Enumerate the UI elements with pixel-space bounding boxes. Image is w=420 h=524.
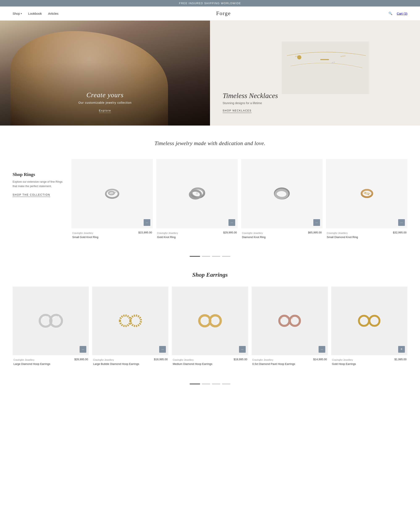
earring-brand-3: Cravingfor Jewellery: [173, 358, 194, 361]
earring-more-btn-2[interactable]: ···: [159, 346, 166, 353]
search-icon[interactable]: 🔍: [388, 12, 393, 15]
ring-brand-4: Cravingfor Jewellery: [327, 232, 348, 234]
svg-rect-2: [320, 59, 329, 60]
svg-point-44: [359, 316, 369, 326]
ring-card-4: ··· Cravingfor Jewellery $32,995.00 Smal…: [326, 159, 407, 240]
ring-image-4: ···: [326, 159, 407, 228]
ring-info-1: Cravingfor Jewellery $15,995.00 Small Go…: [71, 228, 153, 240]
dot-3[interactable]: [212, 256, 220, 257]
hero-explore-button[interactable]: Explore: [99, 109, 111, 113]
ring-svg-1: [104, 185, 121, 202]
earring-name-1: Large Diamond Hoop Earrings: [13, 362, 88, 366]
hero-right-panel: Timeless Necklaces Stunning designs for …: [210, 21, 420, 126]
section-tagline: Timeless jewelry made with dedication an…: [0, 126, 420, 155]
nav-lookbook[interactable]: Lookbook: [28, 12, 42, 15]
earring-price-5: $1,995.00: [394, 358, 407, 361]
nav-articles[interactable]: Articles: [48, 12, 58, 15]
hero-left-panel: Create yours Our customizable jewelry co…: [0, 21, 210, 126]
ring-more-btn-1[interactable]: ···: [144, 219, 150, 226]
svg-rect-0: [282, 42, 369, 94]
earring-more-btn-4[interactable]: ···: [319, 346, 325, 353]
svg-point-34: [201, 318, 202, 319]
svg-point-32: [199, 315, 210, 326]
ring-knot-img-4: [326, 159, 407, 228]
svg-point-29: [48, 316, 49, 317]
earring-visual-5: [331, 287, 407, 355]
nav-left: Shop ▾ Lookbook Articles: [13, 12, 58, 15]
earring-card-4: ··· Cravingfor Jewellery $14,995.00 0,5c…: [252, 287, 328, 367]
earring-price-4: $14,995.00: [313, 358, 327, 361]
earrings-carousel-dots: [0, 379, 420, 393]
svg-point-36: [212, 318, 213, 319]
svg-point-40: [281, 318, 282, 319]
earring-dot-1[interactable]: [190, 384, 200, 384]
hero-left-title: Create yours: [13, 91, 197, 99]
earring-dot-3[interactable]: [212, 384, 220, 384]
ring-price-3: $65,995.00: [308, 231, 322, 234]
dot-1[interactable]: [190, 256, 200, 257]
ring-image-2: ···: [156, 159, 238, 228]
earring-dot-2[interactable]: [202, 384, 210, 384]
earring-card-3: ··· Cravingfor Jewellery $18,995.00 Medi…: [172, 287, 248, 367]
earring-more-btn-1[interactable]: ···: [79, 346, 86, 353]
ring-brand-2: Cravingfor Jewellery: [157, 232, 178, 234]
hero-necklaces-button[interactable]: SHOP NECKLACES: [223, 109, 252, 113]
top-banner: FREE INSURED SHIPPING WORLDWIDE: [0, 0, 420, 7]
ring-image-3: ···: [241, 159, 323, 228]
svg-point-22: [283, 195, 284, 196]
earring-price-3: $18,995.00: [234, 358, 247, 361]
hero-right-subtitle: Stunning designs for a lifetime: [223, 101, 407, 105]
svg-point-42: [292, 318, 293, 319]
svg-point-30: [53, 317, 54, 318]
earring-dot-4[interactable]: [222, 384, 230, 384]
ring-knot-img-3: [241, 159, 323, 228]
earring-card-5: + Cravingfor Jewellery $1,995.00 Gold Ho…: [331, 287, 407, 367]
earring-info-1: Cravingfor Jewellery $28,995.00 Large Di…: [13, 355, 89, 367]
earrings-section: Shop Earrings ···: [0, 263, 420, 379]
shop-label: Shop: [13, 12, 20, 15]
earring-brand-4: Cravingfor Jewellery: [253, 358, 273, 361]
earring-visual-1: [13, 287, 89, 355]
rings-info: Shop Rings Explore our extensive range o…: [13, 159, 65, 196]
earring-svg-1: [38, 310, 63, 331]
cart-link[interactable]: Cart (3): [397, 12, 407, 15]
svg-point-19: [284, 193, 285, 193]
ring-more-btn-2[interactable]: ···: [228, 219, 235, 226]
ring-name-4: Small Diamond Knot Ring: [327, 236, 407, 239]
ring-info-3: Cravingfor Jewellery $65,995.00 Diamond …: [241, 228, 323, 240]
earring-more-btn-3[interactable]: ···: [239, 346, 246, 353]
ring-info-4: Cravingfor Jewellery $32,995.00 Small Di…: [326, 228, 407, 240]
earring-visual-2: [92, 287, 168, 355]
nav-shop[interactable]: Shop ▾: [13, 12, 22, 15]
svg-point-45: [369, 316, 379, 326]
dot-4[interactable]: [222, 256, 230, 257]
rings-cta-button[interactable]: SHOP THE COLLECTION: [13, 193, 50, 197]
ring-name-1: Small Gold Knot Ring: [72, 236, 152, 239]
svg-point-41: [286, 317, 287, 318]
svg-point-38: [279, 316, 289, 326]
svg-point-21: [280, 195, 280, 196]
earring-name-3: Medium Diamond Hoop Earrings: [173, 362, 247, 366]
earring-brand-1: Cravingfor Jewellery: [13, 358, 35, 361]
svg-point-18: [279, 192, 280, 192]
dot-2[interactable]: [202, 256, 210, 257]
svg-point-31: [58, 316, 59, 317]
earring-visual-4: [252, 287, 328, 355]
ring-more-btn-3[interactable]: ···: [313, 219, 320, 226]
earring-image-1: ···: [13, 287, 89, 355]
earring-visual-3: [172, 287, 248, 355]
banner-text: FREE INSURED SHIPPING WORLDWIDE: [179, 2, 241, 5]
ring-name-2: Gold Knot Ring: [157, 236, 237, 239]
ring-brand-3: Cravingfor Jewellery: [242, 232, 263, 234]
ring-brand-1: Cravingfor Jewellery: [72, 232, 93, 234]
hero-right-title: Timeless Necklaces: [223, 92, 407, 100]
earring-add-btn-5[interactable]: +: [398, 346, 405, 353]
svg-point-20: [282, 191, 282, 192]
svg-point-37: [218, 317, 219, 318]
site-logo[interactable]: Forge: [216, 10, 231, 17]
ring-more-btn-4[interactable]: ···: [398, 219, 405, 226]
earring-name-2: Large Bubble Diamond Hoop Earrings: [93, 362, 167, 366]
earring-info-3: Cravingfor Jewellery $18,995.00 Medium D…: [172, 355, 248, 367]
hero-left-subtitle: Our customizable jewelry collection: [13, 101, 197, 104]
earring-info-4: Cravingfor Jewellery $14,995.00 0,5ct Di…: [252, 355, 328, 367]
